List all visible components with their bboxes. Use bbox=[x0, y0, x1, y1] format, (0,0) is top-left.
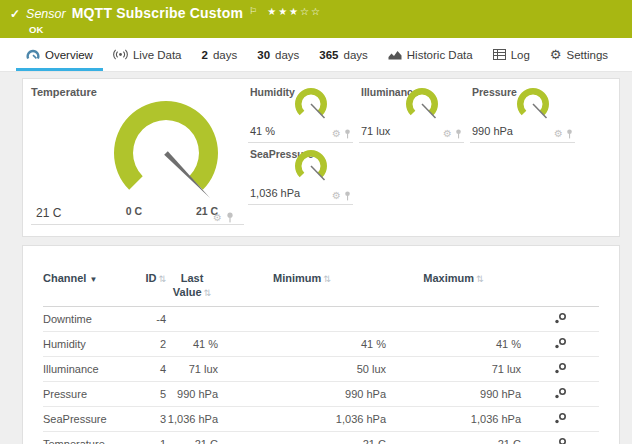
gauge-current-value: 1,036 hPa bbox=[250, 187, 300, 199]
column-header-minimum[interactable]: Minimum⇅ bbox=[218, 272, 386, 284]
channel-last-value: 71 lux bbox=[166, 363, 218, 375]
table-row: Downtime -4 bbox=[43, 307, 599, 332]
table-row: SeaPressure 3 1,036 hPa 1,036 hPa 1,036 … bbox=[43, 407, 599, 432]
channel-last-value: 41 % bbox=[166, 338, 218, 350]
channel-name[interactable]: SeaPressure bbox=[43, 413, 133, 425]
broadcast-icon bbox=[113, 49, 128, 60]
channel-id: 3 bbox=[133, 413, 166, 425]
channel-maximum: 41 % bbox=[386, 338, 521, 350]
priority-stars[interactable]: ★★★☆☆ bbox=[267, 6, 322, 17]
pin-icon[interactable] bbox=[226, 212, 234, 223]
sort-icon: ⇅ bbox=[323, 274, 331, 284]
channel-gear-icon[interactable]: ⚙ bbox=[443, 129, 452, 139]
column-header-id[interactable]: ID⇅ bbox=[133, 272, 166, 284]
tab-label: Historic Data bbox=[407, 49, 473, 61]
edit-channel-icon[interactable] bbox=[554, 387, 567, 401]
channel-last-value: 990 hPa bbox=[166, 388, 218, 400]
sort-desc-icon: ▼ bbox=[89, 275, 97, 284]
channels-panel: Channel▼ ID⇅ Last Value⇅ Minimum⇅ Maximu… bbox=[22, 245, 620, 444]
tab-historic-data[interactable]: Historic Data bbox=[378, 38, 483, 71]
sort-icon: ⇅ bbox=[476, 274, 484, 284]
pressure-gauge bbox=[513, 83, 557, 125]
channel-maximum: 1,036 hPa bbox=[386, 413, 521, 425]
edit-channel-icon[interactable] bbox=[554, 337, 567, 351]
flag-icon[interactable]: ⚐ bbox=[249, 6, 257, 16]
pin-icon[interactable] bbox=[344, 129, 351, 139]
tab-2-days[interactable]: 2 days bbox=[192, 38, 248, 71]
gauge-current-value: 21 C bbox=[36, 206, 61, 220]
edit-channel-icon[interactable] bbox=[554, 312, 567, 326]
column-header-maximum[interactable]: Maximum⇅ bbox=[386, 272, 521, 284]
channel-name[interactable]: Temperature bbox=[43, 438, 133, 444]
tab-label: days bbox=[344, 49, 368, 61]
channel-gear-icon[interactable]: ⚙ bbox=[213, 213, 222, 223]
channel-name[interactable]: Humidity bbox=[43, 338, 133, 350]
sensor-kind-label: Sensor bbox=[26, 7, 66, 21]
page-content: Temperature 0 C 21 C 21 C ⚙ Humidity bbox=[0, 72, 632, 444]
temperature-gauge-cell: Temperature 0 C 21 C 21 C ⚙ bbox=[23, 79, 248, 236]
gauge-current-value: 71 lux bbox=[361, 125, 390, 137]
gauge-title: Humidity bbox=[250, 86, 295, 98]
edit-channel-icon[interactable] bbox=[554, 437, 567, 444]
pin-icon[interactable] bbox=[566, 129, 573, 139]
channel-minimum: 1,036 hPa bbox=[218, 413, 386, 425]
channel-gear-icon[interactable]: ⚙ bbox=[332, 129, 341, 139]
pressure-gauge-cell: Pressure 990 hPa ⚙ bbox=[470, 81, 575, 143]
illuminance-gauge bbox=[402, 83, 446, 125]
divider bbox=[31, 224, 244, 225]
channel-minimum: 41 % bbox=[218, 338, 386, 350]
tab-label-number: 30 bbox=[257, 49, 270, 61]
table-row: Pressure 5 990 hPa 990 hPa 990 hPa bbox=[43, 382, 599, 407]
table-row: Humidity 2 41 % 41 % 41 % bbox=[43, 332, 599, 357]
channel-name[interactable]: Downtime bbox=[43, 313, 133, 325]
channels-table: Channel▼ ID⇅ Last Value⇅ Minimum⇅ Maximu… bbox=[23, 246, 619, 444]
channel-maximum: 71 lux bbox=[386, 363, 521, 375]
tab-label-number: 2 bbox=[202, 49, 208, 61]
status-badge: OK bbox=[29, 24, 622, 35]
edit-channel-icon[interactable] bbox=[554, 362, 567, 376]
tab-live-data[interactable]: Live Data bbox=[103, 38, 192, 71]
channel-minimum: 50 lux bbox=[218, 363, 386, 375]
channel-last-value: 1,036 hPa bbox=[166, 413, 218, 425]
channel-name[interactable]: Pressure bbox=[43, 388, 133, 400]
gauge-title: Pressure bbox=[472, 86, 517, 98]
humidity-gauge-cell: Humidity 41 % ⚙ bbox=[248, 81, 353, 143]
channel-id: 4 bbox=[133, 363, 166, 375]
gauges-panel: Temperature 0 C 21 C 21 C ⚙ Humidity bbox=[22, 78, 620, 237]
table-row: Illuminance 4 71 lux 50 lux 71 lux bbox=[43, 357, 599, 382]
temperature-gauge bbox=[111, 97, 236, 212]
gauge-current-value: 41 % bbox=[250, 125, 275, 137]
channel-maximum: 21 C bbox=[386, 438, 521, 444]
chart-icon bbox=[388, 49, 402, 60]
channel-gear-icon[interactable]: ⚙ bbox=[332, 191, 341, 201]
gauge-scale-min: 0 C bbox=[119, 205, 149, 217]
gauge-title: Temperature bbox=[31, 86, 97, 98]
tab-overview[interactable]: Overview bbox=[16, 38, 103, 71]
tab-label: Settings bbox=[566, 49, 608, 61]
tab-bar: Overview Live Data 2 days 30 days 365 da… bbox=[0, 38, 632, 72]
column-header-last-value[interactable]: Last Value⇅ bbox=[166, 272, 218, 300]
tab-30-days[interactable]: 30 days bbox=[247, 38, 309, 71]
gauge-icon bbox=[26, 48, 40, 61]
channel-id: 5 bbox=[133, 388, 166, 400]
tab-log[interactable]: Log bbox=[483, 38, 540, 71]
tab-365-days[interactable]: 365 days bbox=[309, 38, 377, 71]
column-header-channel[interactable]: Channel▼ bbox=[43, 272, 133, 284]
sensor-title: MQTT Subscribe Custom bbox=[72, 5, 243, 21]
tab-label: days bbox=[213, 49, 237, 61]
status-check-icon: ✓ bbox=[10, 7, 20, 21]
channel-id: -4 bbox=[133, 313, 166, 325]
seapressure-gauge bbox=[291, 145, 335, 187]
channel-gear-icon[interactable]: ⚙ bbox=[554, 129, 563, 139]
sensor-header: ✓ Sensor MQTT Subscribe Custom ⚐ ★★★☆☆ O… bbox=[0, 0, 632, 38]
pin-icon[interactable] bbox=[455, 129, 462, 139]
channel-minimum: 990 hPa bbox=[218, 388, 386, 400]
illuminance-gauge-cell: Illuminance 71 lux ⚙ bbox=[359, 81, 464, 143]
pin-icon[interactable] bbox=[344, 191, 351, 201]
tab-label-number: 365 bbox=[319, 49, 338, 61]
tab-settings[interactable]: ⚙ Settings bbox=[540, 38, 618, 71]
channel-maximum: 990 hPa bbox=[386, 388, 521, 400]
channel-name[interactable]: Illuminance bbox=[43, 363, 133, 375]
edit-channel-icon[interactable] bbox=[554, 412, 567, 426]
sort-icon: ⇅ bbox=[158, 274, 166, 284]
